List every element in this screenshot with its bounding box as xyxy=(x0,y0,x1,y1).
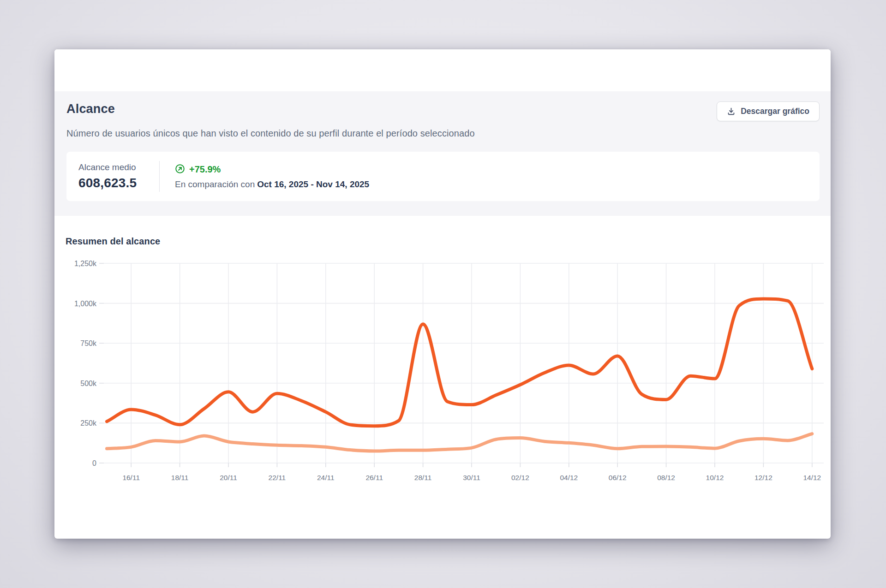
page-title: Alcance xyxy=(66,101,115,116)
x-axis-label: 22/11 xyxy=(269,474,286,481)
line-series_main xyxy=(107,299,812,426)
header-row: Alcance Descargar gráfico xyxy=(66,101,820,121)
x-axis-label: 04/12 xyxy=(560,474,578,481)
y-axis-label: 750k xyxy=(80,339,97,347)
x-axis-label: 20/11 xyxy=(220,474,237,481)
y-axis-label: 1,250k xyxy=(74,260,97,267)
x-axis-label: 10/12 xyxy=(706,474,724,481)
reach-header-section: Alcance Descargar gráfico Número de usua… xyxy=(54,91,831,216)
y-axis-label: 250k xyxy=(80,419,97,427)
x-axis-label: 16/11 xyxy=(122,474,140,481)
trend-up-icon xyxy=(175,164,185,176)
comparison-range: Oct 16, 2025 - Nov 14, 2025 xyxy=(257,179,369,189)
x-axis-label: 06/12 xyxy=(609,474,627,481)
y-axis-label: 500k xyxy=(80,380,97,387)
x-axis-label: 24/11 xyxy=(317,474,335,481)
x-axis-label: 28/11 xyxy=(414,474,432,481)
comparison-prefix: En comparación con xyxy=(175,179,255,189)
page-description: Número de usuarios únicos que han visto … xyxy=(66,128,820,139)
download-icon xyxy=(727,107,736,116)
metric-value: 608,623.5 xyxy=(78,176,159,190)
summary-metric: Alcance medio 608,623.5 xyxy=(78,162,159,190)
x-axis-label: 30/11 xyxy=(463,474,480,481)
summary-card: Alcance medio 608,623.5 +75.9% xyxy=(66,152,820,201)
page-background: Alcance Descargar gráfico Número de usua… xyxy=(0,0,886,588)
download-chart-button[interactable]: Descargar gráfico xyxy=(717,101,820,121)
metric-label: Alcance medio xyxy=(78,162,159,172)
download-button-label: Descargar gráfico xyxy=(741,107,809,116)
summary-comparison: +75.9% En comparación conOct 16, 2025 - … xyxy=(160,164,369,190)
y-axis-label: 1,000k xyxy=(74,300,97,308)
x-axis-label: 26/11 xyxy=(365,474,383,481)
reach-line-chart: 0250k500k750k1,000k1,250k16/1118/1120/11… xyxy=(65,254,831,489)
change-percent: +75.9% xyxy=(189,164,221,175)
x-axis-label: 12/12 xyxy=(754,474,772,481)
trend-row: +75.9% xyxy=(175,164,369,176)
y-axis-label: 0 xyxy=(92,459,96,467)
x-axis-label: 18/11 xyxy=(171,474,189,481)
x-axis-label: 02/12 xyxy=(511,474,529,481)
x-axis-label: 14/12 xyxy=(803,474,821,481)
card-top-spacer xyxy=(54,49,831,91)
x-axis-label: 08/12 xyxy=(657,474,675,481)
reach-card: Alcance Descargar gráfico Número de usua… xyxy=(54,49,831,539)
chart-section: Resumen del alcance 0250k500k750k1,000k1… xyxy=(54,216,831,489)
comparison-text: En comparación conOct 16, 2025 - Nov 14,… xyxy=(175,179,369,190)
chart-title: Resumen del alcance xyxy=(66,236,831,247)
line-series_comparison xyxy=(107,434,812,451)
